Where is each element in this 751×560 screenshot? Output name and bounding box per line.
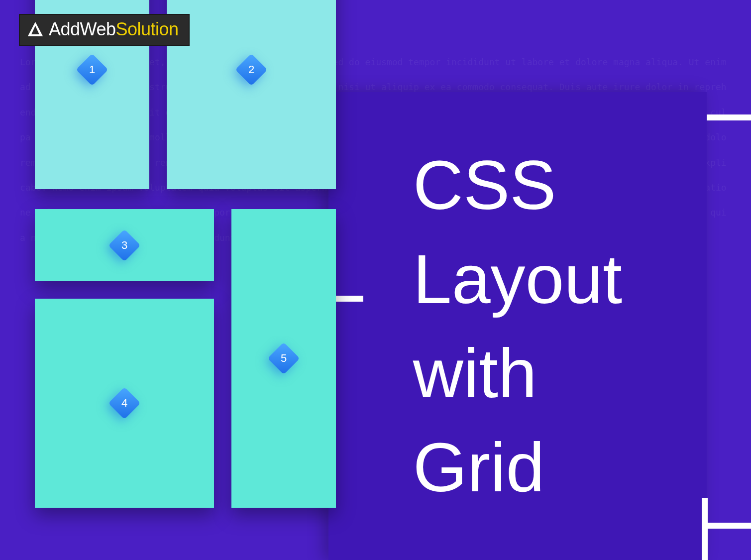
grid-cell-5: 5	[231, 209, 336, 508]
main-title: CSS Layout with Grid	[358, 138, 677, 514]
brand-logo: AddWebSolution	[19, 14, 190, 46]
cell-badge: 1	[76, 53, 108, 86]
cell-badge: 4	[108, 387, 140, 419]
brand-triangle-icon	[26, 20, 45, 39]
grid-demo: 1 2 3 4 5	[35, 0, 333, 528]
cell-badge: 3	[108, 229, 140, 261]
brand-text: AddWebSolution	[49, 19, 179, 40]
grid-cell-4: 4	[35, 299, 214, 508]
grid-cell-3: 3	[35, 209, 214, 281]
accent-line	[707, 114, 751, 120]
accent-line	[702, 523, 751, 529]
cell-badge: 2	[235, 53, 267, 86]
grid-cell-2: 2	[167, 0, 336, 189]
accent-line	[702, 498, 708, 560]
title-panel: CSS Layout with Grid	[328, 92, 707, 560]
cell-badge: 5	[267, 342, 300, 374]
